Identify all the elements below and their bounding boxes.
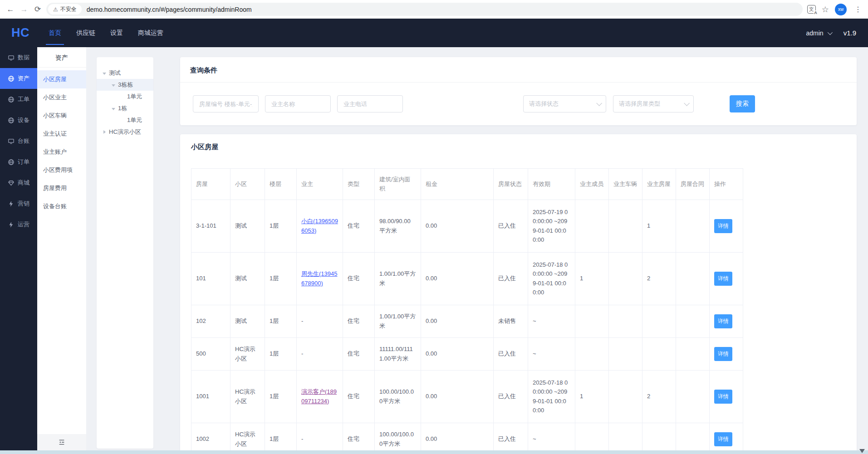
status-select[interactable]: 请选择状态: [523, 95, 606, 112]
caret-down-icon[interactable]: [111, 106, 116, 111]
caret-down-icon[interactable]: [111, 83, 116, 88]
search-button[interactable]: 搜索: [730, 95, 755, 112]
sidebar-item[interactable]: 商城: [0, 172, 37, 193]
owner-link[interactable]: 周先生(13945678900): [301, 270, 337, 286]
content-column: 查询条件 请选择状态 请选择房屋类型 搜索: [180, 57, 857, 454]
table-cell-actions: 详情: [710, 371, 743, 423]
rooms-table-title: 小区房屋: [191, 134, 846, 151]
table-cell: 未销售: [494, 305, 528, 338]
screen: ← → ⟳ ⚠ 不安全 demo.homecommunity.cn/#/page…: [0, 0, 868, 454]
tree-node[interactable]: 1单元: [97, 91, 153, 103]
globe-icon: [8, 117, 15, 124]
room-number-input[interactable]: [193, 95, 259, 112]
nav-item[interactable]: 供应链: [75, 19, 96, 47]
tree-node[interactable]: 1单元: [97, 114, 153, 126]
table-cell: 100.00/100.00平方米: [375, 371, 421, 423]
back-icon[interactable]: ←: [4, 3, 17, 16]
security-chip[interactable]: ⚠ 不安全: [48, 4, 82, 15]
sidebar-item-label: 订单: [18, 158, 29, 166]
table-cell: 2: [642, 253, 676, 305]
submenu-item[interactable]: 设备台账: [37, 197, 86, 215]
table-cell: 已入住: [494, 253, 528, 305]
detail-button[interactable]: 详情: [714, 432, 732, 446]
table-cell: 住宅: [343, 423, 375, 454]
sidebar-item[interactable]: 数据: [0, 47, 37, 68]
submenu-item[interactable]: 小区费用项: [37, 161, 86, 179]
detail-button[interactable]: 详情: [714, 390, 732, 404]
nav-item[interactable]: 商城运营: [137, 19, 164, 47]
table-cell: -: [297, 423, 343, 454]
table-cell: [676, 200, 710, 253]
submenu-item[interactable]: 业主认证: [37, 125, 86, 143]
table-cell: [609, 305, 642, 338]
submenu-item[interactable]: 小区业主: [37, 88, 86, 107]
tree-node[interactable]: 测试: [97, 67, 153, 79]
column-header: 有效期: [528, 169, 575, 200]
nav-item[interactable]: 首页: [48, 19, 62, 47]
owner-link[interactable]: 演示客户(18909711234): [301, 388, 337, 404]
collapse-sidebar-button[interactable]: [37, 434, 86, 450]
detail-button[interactable]: 详情: [714, 347, 732, 361]
table-cell: [575, 200, 609, 253]
table-row: 3-1-101测试1层小白(13965096053)住宅98.00/90.00平…: [191, 200, 743, 253]
submenu-item[interactable]: 业主账户: [37, 143, 86, 161]
sidebar-item[interactable]: 工单: [0, 89, 37, 110]
forward-icon[interactable]: →: [17, 3, 31, 16]
table-cell: [575, 338, 609, 371]
bolt-icon: [8, 221, 15, 228]
sidebar-item[interactable]: 订单: [0, 151, 37, 172]
table-cell: 101: [191, 253, 230, 305]
bolt-icon: [8, 200, 15, 207]
sidebar-item[interactable]: 设备: [0, 110, 37, 131]
tree-node[interactable]: HC演示小区: [97, 126, 153, 138]
owner-link[interactable]: 小白(13965096053): [301, 218, 338, 234]
owner-phone-input[interactable]: [337, 95, 403, 112]
diamond-icon: [8, 180, 15, 186]
table-cell: 1.00/1.00平方米: [375, 253, 421, 305]
url-text[interactable]: demo.homecommunity.cn/#/pages/community/…: [87, 6, 252, 13]
submenu-item[interactable]: 小区房屋: [37, 70, 86, 88]
translate-icon[interactable]: 文 A: [807, 5, 816, 14]
tree-node[interactable]: 3栋栋: [97, 79, 153, 91]
table-cell: 2025-07-18 00:00:00 ~2099-01-01 00:00:00: [528, 253, 575, 305]
caret-right-icon[interactable]: [102, 130, 107, 135]
submenu-item[interactable]: 房屋费用: [37, 179, 86, 197]
table-cell: 已入住: [494, 200, 528, 253]
user-dropdown[interactable]: admin: [806, 29, 831, 37]
sidebar-item[interactable]: 运营: [0, 214, 37, 235]
table-cell-actions: 详情: [710, 338, 743, 371]
table-cell: [676, 371, 710, 423]
sidebar-item[interactable]: 台账: [0, 131, 37, 151]
table-cell: 测试: [230, 253, 265, 305]
nav-item[interactable]: 设置: [109, 19, 124, 47]
app-logo[interactable]: HC: [11, 26, 29, 40]
table-cell: 1层: [265, 423, 297, 454]
detail-button[interactable]: 详情: [714, 272, 732, 286]
menu-fold-icon: [58, 439, 65, 446]
detail-button[interactable]: 详情: [714, 219, 732, 233]
room-type-select[interactable]: 请选择房屋类型: [613, 95, 694, 112]
caret-down-icon[interactable]: [102, 71, 107, 76]
bookmark-star-icon[interactable]: ☆: [822, 5, 829, 15]
owner-name-input[interactable]: [265, 95, 331, 112]
detail-button[interactable]: 详情: [714, 314, 732, 328]
table-cell: [609, 423, 642, 454]
chevron-down-icon: [827, 29, 832, 34]
submenu-items: 小区房屋小区业主小区车辆业主认证业主账户小区费用项房屋费用设备台账: [37, 68, 86, 215]
table-cell: 0.00: [421, 200, 494, 253]
table-row: 500HC演示小区1层-住宅11111.00/1111.00平方米0.00已入住…: [191, 338, 743, 371]
table-cell: 住宅: [343, 371, 375, 423]
profile-avatar[interactable]: xw: [835, 4, 847, 15]
tree-node[interactable]: 1栋: [97, 103, 153, 114]
sidebar-item[interactable]: 营销: [0, 193, 37, 214]
table-cell: 已入住: [494, 371, 528, 423]
horizontal-scrollbar[interactable]: [0, 450, 868, 454]
topnav-right: admin v1.9: [806, 29, 857, 37]
submenu-item[interactable]: 小区车辆: [37, 107, 86, 125]
scrollbar-arrow-icon[interactable]: [859, 449, 865, 453]
address-bar[interactable]: ⚠ 不安全 demo.homecommunity.cn/#/pages/comm…: [46, 3, 803, 16]
sidebar-item[interactable]: 资产: [0, 68, 37, 89]
browser-menu-icon[interactable]: ⋮: [853, 5, 863, 14]
table-cell: ~: [528, 338, 575, 371]
reload-icon[interactable]: ⟳: [31, 3, 44, 16]
